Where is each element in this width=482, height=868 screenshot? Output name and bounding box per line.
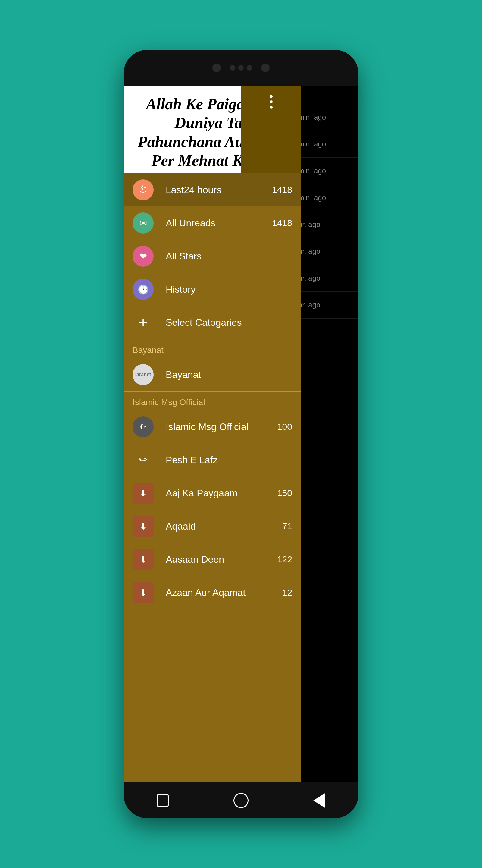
pencil-icon: ✏ [133, 450, 154, 470]
menu-item-aaj-ka-paygaam[interactable]: ⬇ Aaj Ka Paygaam 150 [124, 476, 301, 510]
drawer-header: Allah Ke Paigam Ko Duniya Tak Pahunchana… [124, 86, 301, 173]
aasaan-deen-label: Aasaan Deen [166, 554, 265, 565]
aaj-ka-paygaam-count: 150 [277, 488, 292, 498]
three-dot-menu[interactable] [241, 86, 301, 173]
menu-item-islamic-msg[interactable]: ☪ Islamic Msg Official 100 [124, 410, 301, 443]
bottom-nav-bar [124, 782, 358, 818]
download-icon-2: ⬇ [133, 516, 154, 537]
square-icon [157, 795, 169, 807]
menu-item-pesh-e-lafz[interactable]: ✏ Pesh E Lafz [124, 443, 301, 476]
menu-item-azaan-aur-aqamat[interactable]: ⬇ Azaan Aur Aqamat 12 [124, 576, 301, 609]
all-stars-label: All Stars [166, 251, 280, 262]
menu-item-aqaaid[interactable]: ⬇ Aqaaid 71 [124, 510, 301, 543]
menu-item-select-categories[interactable]: + Select Catogaries [124, 306, 301, 339]
last24-count: 1418 [272, 185, 292, 195]
section-title-islamic: Islamic Msg Official [124, 392, 301, 410]
islamic-msg-count: 100 [277, 422, 292, 432]
menu-item-aasaan-deen[interactable]: ⬇ Aasaan Deen 122 [124, 543, 301, 576]
bayanat-icon: laranet [133, 364, 154, 385]
navigation-drawer: Allah Ke Paigam Ko Duniya Tak Pahunchana… [124, 86, 301, 782]
menu-item-history[interactable]: 🕐 History [124, 273, 301, 306]
menu-item-bayanat[interactable]: laranet Bayanat [124, 358, 301, 391]
section-title-bayanat: Bayanat [124, 339, 301, 358]
all-unreads-icon: ✉ [133, 213, 154, 234]
history-icon: 🕐 [133, 279, 154, 300]
history-label: History [166, 284, 280, 295]
islamic-msg-icon: ☪ [133, 416, 154, 437]
last24-label: Last24 hours [166, 184, 260, 195]
camera-dot [213, 64, 221, 72]
aqaaid-count: 71 [282, 521, 292, 531]
circle-icon [233, 793, 249, 808]
aqaaid-label: Aqaaid [166, 521, 270, 532]
phone-top-bar [124, 50, 358, 86]
download-icon-1: ⬇ [133, 483, 154, 504]
menu-item-last24[interactable]: ⏱ Last24 hours 1418 [124, 173, 301, 207]
select-categories-label: Select Catogaries [166, 317, 292, 328]
islamic-msg-label: Islamic Msg Official [166, 421, 265, 433]
pesh-e-lafz-label: Pesh E Lafz [166, 455, 292, 466]
kebab-menu-icon[interactable] [269, 95, 272, 109]
last24-icon: ⏱ [133, 179, 154, 200]
azaan-aur-aqamat-count: 12 [282, 587, 292, 598]
home-button[interactable] [230, 790, 252, 811]
back-button[interactable] [309, 790, 330, 811]
menu-item-all-unreads[interactable]: ✉ All Unreads 1418 [124, 207, 301, 240]
drawer-content: ⏱ Last24 hours 1418 ✉ All Unreads 1418 [124, 173, 301, 782]
menu-item-all-stars[interactable]: ❤ All Stars [124, 240, 301, 273]
aaj-ka-paygaam-label: Aaj Ka Paygaam [166, 488, 265, 499]
azaan-aur-aqamat-label: Azaan Aur Aqamat [166, 587, 270, 598]
aasaan-deen-count: 122 [277, 554, 292, 564]
triangle-icon [313, 793, 325, 808]
phone-container: 8 min. ago 8 min. ago 9 min. ago 9 min. … [124, 50, 358, 818]
speaker-dots [230, 65, 252, 70]
download-icon-3: ⬇ [133, 549, 154, 570]
recent-apps-button[interactable] [152, 790, 173, 811]
bayanat-label: Bayanat [166, 369, 292, 380]
camera-dot-right [261, 64, 269, 72]
all-stars-icon: ❤ [133, 246, 154, 267]
download-icon-4: ⬇ [133, 582, 154, 603]
plus-icon: + [133, 312, 154, 333]
all-unreads-count: 1418 [272, 218, 292, 228]
phone-screen: 8 min. ago 8 min. ago 9 min. ago 9 min. … [124, 86, 358, 782]
all-unreads-label: All Unreads [166, 218, 260, 229]
